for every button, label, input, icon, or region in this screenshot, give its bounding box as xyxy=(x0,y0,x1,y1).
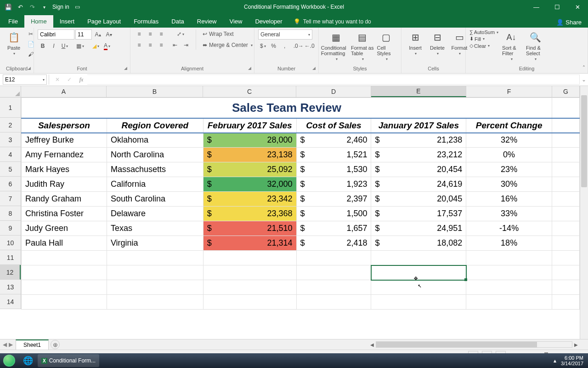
cell[interactable]: $23,212 xyxy=(371,148,466,162)
clear-button[interactable]: ◇ Clear ▾ xyxy=(469,43,498,49)
row-4[interactable]: 4 xyxy=(0,147,21,162)
chrome-taskbar-icon[interactable]: 🌐 xyxy=(19,354,37,367)
cell[interactable] xyxy=(552,236,580,251)
row-11[interactable]: 11 xyxy=(0,250,21,265)
vertical-scrollbar[interactable] xyxy=(580,86,588,339)
cell[interactable] xyxy=(22,265,107,280)
cell[interactable]: California xyxy=(107,177,203,192)
cell[interactable]: $1,500 xyxy=(296,207,371,221)
cell[interactable] xyxy=(552,265,580,280)
col-A[interactable]: A xyxy=(21,86,107,97)
fill-button[interactable]: ⬇ Fill ▾ xyxy=(469,36,498,42)
col-G[interactable]: G xyxy=(552,86,580,97)
cell[interactable]: Massachusetts xyxy=(107,162,203,177)
increase-decimal-icon[interactable]: .0→ xyxy=(294,41,304,51)
row-7[interactable]: 7 xyxy=(0,191,21,206)
cell[interactable]: Salesperson xyxy=(22,118,107,133)
cell[interactable] xyxy=(466,265,552,280)
delete-cells-button[interactable]: ⊟Delete▾ xyxy=(427,29,447,57)
cell[interactable] xyxy=(552,221,580,236)
formula-input[interactable] xyxy=(87,75,580,85)
cell[interactable]: Mark Hayes xyxy=(22,162,107,177)
excel-taskbar-button[interactable]: X Conditional Form... xyxy=(38,354,99,367)
row-9[interactable]: 9 xyxy=(0,221,21,236)
cell[interactable] xyxy=(22,251,107,265)
cell[interactable]: North Carolina xyxy=(107,148,203,162)
cell-styles-button[interactable]: ▢Cell Styles▾ xyxy=(375,29,397,62)
increase-indent-icon[interactable]: ⇥ xyxy=(181,40,191,50)
tell-me[interactable]: 💡 Tell me what you want to do xyxy=(294,18,371,28)
align-right-icon[interactable]: ≡ xyxy=(156,40,166,50)
cell[interactable]: February 2017 Sales xyxy=(203,118,296,133)
cell[interactable]: Judy Green xyxy=(22,221,107,236)
cell[interactable] xyxy=(107,280,203,295)
sort-filter-button[interactable]: A↓Sort & Filter▾ xyxy=(500,29,522,62)
horizontal-scrollbar[interactable]: ◀▶ xyxy=(368,341,580,348)
cell[interactable] xyxy=(203,251,296,265)
cell[interactable] xyxy=(552,192,580,207)
cell[interactable]: $24,951 xyxy=(371,221,466,236)
underline-button[interactable]: U▾ xyxy=(60,41,70,51)
cell[interactable] xyxy=(552,162,580,177)
row-14[interactable]: 14 xyxy=(0,294,21,309)
row-12[interactable]: 12 xyxy=(0,265,21,280)
borders-button[interactable]: ▦▾ xyxy=(74,41,86,51)
cell[interactable]: $18,082 xyxy=(371,236,466,251)
save-icon[interactable]: 💾 xyxy=(3,1,14,12)
cell[interactable]: Virginia xyxy=(107,236,203,251)
col-C[interactable]: C xyxy=(203,86,296,97)
clock[interactable]: 6:00 PM 3/14/2017 xyxy=(561,355,583,366)
col-B[interactable]: B xyxy=(107,86,203,97)
align-bottom-icon[interactable]: ≡ xyxy=(156,29,166,39)
cell[interactable]: $1,530 xyxy=(296,162,371,177)
cell[interactable]: Sales Team Review xyxy=(22,98,552,118)
expand-formula-bar-icon[interactable]: ⌄ xyxy=(580,76,588,83)
cell[interactable]: $20,045 xyxy=(371,192,466,207)
cell[interactable]: Jeffrey Burke xyxy=(22,133,107,148)
cell[interactable]: $32,000 xyxy=(203,177,296,192)
cell[interactable]: $1,521 xyxy=(296,148,371,162)
sheet-nav[interactable]: ◀▶ xyxy=(0,341,16,348)
cell[interactable] xyxy=(296,251,371,265)
font-size-input[interactable] xyxy=(75,29,92,40)
cell[interactable] xyxy=(552,177,580,192)
cell[interactable]: $23,138 xyxy=(203,148,296,162)
cell[interactable] xyxy=(466,295,552,310)
cell[interactable]: 18% xyxy=(466,236,552,251)
insert-cells-button[interactable]: ⊞Insert▾ xyxy=(405,29,425,57)
cell[interactable] xyxy=(296,265,371,280)
cells-area[interactable]: Sales Team ReviewSalespersonRegion Cover… xyxy=(21,98,580,339)
cell[interactable] xyxy=(371,265,466,280)
cell[interactable]: $2,460 xyxy=(296,133,371,148)
conditional-formatting-button[interactable]: ▦Conditional Formatting▾ xyxy=(322,29,350,62)
cell[interactable]: South Carolina xyxy=(107,192,203,207)
cell[interactable] xyxy=(552,207,580,221)
align-top-icon[interactable]: ≡ xyxy=(134,29,144,39)
wrap-text-button[interactable]: ↩ Wrap Text xyxy=(201,29,256,39)
cell[interactable] xyxy=(466,280,552,295)
row-2[interactable]: 2 xyxy=(0,118,21,132)
cell[interactable] xyxy=(552,148,580,162)
row-1[interactable]: 1 xyxy=(0,98,21,118)
row-6[interactable]: 6 xyxy=(0,177,21,191)
autosum-button[interactable]: ∑ AutoSum ▾ xyxy=(469,29,498,35)
cell[interactable]: $28,000 xyxy=(203,133,296,148)
cell[interactable]: Region Covered xyxy=(107,118,203,133)
tab-file[interactable]: File xyxy=(2,15,24,28)
undo-icon[interactable]: ↶ xyxy=(15,1,26,12)
cell[interactable] xyxy=(107,265,203,280)
cell[interactable]: $24,619 xyxy=(371,177,466,192)
font-name-input[interactable] xyxy=(38,29,74,40)
cell[interactable]: Texas xyxy=(107,221,203,236)
cell[interactable]: $23,342 xyxy=(203,192,296,207)
cell[interactable] xyxy=(552,251,580,265)
cell[interactable] xyxy=(371,280,466,295)
name-box[interactable]: E12▾ xyxy=(3,75,47,85)
select-all-corner[interactable] xyxy=(0,86,21,98)
cell[interactable]: Delaware xyxy=(107,207,203,221)
cell[interactable]: 33% xyxy=(466,207,552,221)
cell[interactable]: Christina Foster xyxy=(22,207,107,221)
row-10[interactable]: 10 xyxy=(0,236,21,250)
tab-review[interactable]: Review xyxy=(191,15,223,28)
cell[interactable]: $2,418 xyxy=(296,236,371,251)
